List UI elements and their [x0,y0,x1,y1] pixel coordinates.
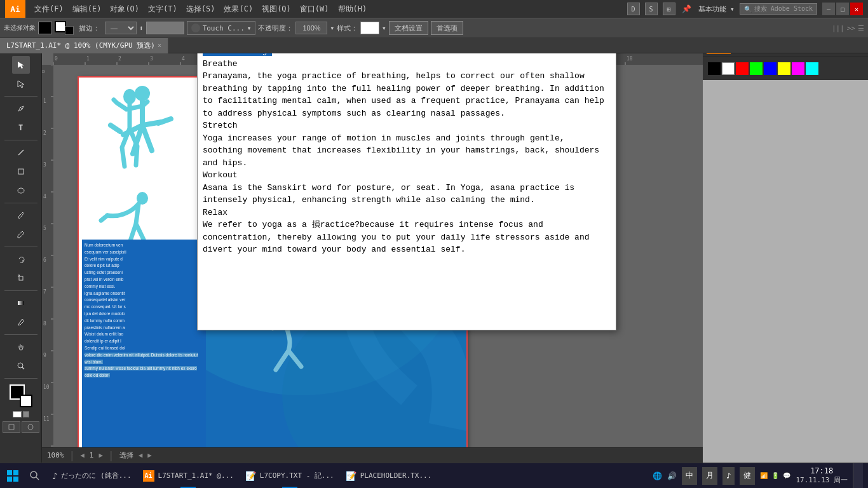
touch-arrow: ▾ [247,24,252,32]
workspace-label: 基本功能 ▾ [698,4,735,14]
stroke-indicator[interactable] [55,21,74,35]
ruler-left: 0 1 2 3 4 5 6 7 8 9 10 11 12 13 [42,65,53,469]
tool-pencil[interactable] [12,226,30,243]
swatch-red[interactable] [736,62,749,75]
tool-none-btn[interactable] [13,411,22,417]
tool-pen[interactable] [12,100,30,118]
ime-box-1[interactable]: 中 [682,467,697,485]
pin-icon[interactable]: 📌 [681,3,693,15]
preferences-button[interactable]: 首选项 [431,21,463,35]
svg-rect-90 [7,477,12,482]
taskbar-app-illustrator[interactable]: Ai L7START_1.AI* @... [138,463,239,489]
tool-hand[interactable] [12,338,30,356]
fill-color[interactable] [38,22,52,34]
grid-icon[interactable]: ⊞ [663,3,675,15]
taskbar-app-notepad2[interactable]: 📝 PLACEHOLDER.TX... [341,463,437,489]
toolbar: 未选择对象 描边： — ⬆ Touch C... ▾ 不透明度： ▾ 样式： ▾… [0,18,868,38]
expand-icon[interactable]: >> [847,24,855,32]
tab-main[interactable]: L7START_1.AI* @ 100% (CMYK/GPU 预选) × [0,38,168,53]
menu-edit[interactable]: 编辑(E) [69,3,105,16]
ime-box-4[interactable]: 健 [740,467,755,485]
ime-box-3[interactable]: ♪ [722,467,735,485]
text-box-content: Num doloreetum venesequam ver suscipisti… [85,243,198,377]
menu-help[interactable]: 帮助(H) [334,3,371,16]
plugin-icon-2[interactable]: S [645,3,658,15]
svg-text:11: 11 [43,416,50,422]
tool-color-mode[interactable] [23,411,29,417]
tool-ellipse[interactable] [12,182,30,200]
tool-zoom[interactable] [12,357,30,375]
touch-dropdown[interactable]: Touch C... ▾ [187,21,256,35]
svg-rect-88 [7,470,12,475]
menu-effect[interactable]: 效果(C) [220,3,257,16]
arrange-icon[interactable]: ||| [832,24,844,32]
tool-line[interactable] [12,144,30,161]
close-btn[interactable]: ✕ [850,3,863,15]
svg-line-93 [36,477,39,480]
menu-file[interactable]: 文件(F) [31,3,67,16]
menu-text[interactable]: 文字(T) [144,3,181,16]
tool-direct-select[interactable] [12,75,30,93]
tools-panel: T [0,53,42,488]
tool-scale[interactable] [12,269,30,287]
tool-colors [10,384,32,407]
taskbar-app-music[interactable]: ♪ だったのに (純音... [47,463,137,489]
scroll-right[interactable]: ▶ [147,451,152,459]
svg-text:2: 2 [118,56,121,62]
tool-rotate[interactable] [12,250,30,268]
color-panel [703,57,868,80]
touch-label: Touch C... [203,24,245,32]
menu-object[interactable]: 对象(O) [106,3,143,16]
text-content-box: Num doloreetum venesequam ver suscipisti… [82,240,206,469]
notepad-text-area[interactable]: Transform Yoga Breathe Pranayama, the yo… [198,43,616,330]
swatch-yellow[interactable] [778,62,790,75]
search-box[interactable]: 🔍 搜索 Adobe Stock [740,3,817,15]
hamburger-icon[interactable]: ☰ [858,24,864,32]
tool-extra-2[interactable] [22,421,39,433]
swatch-blue[interactable] [764,62,776,75]
ime-box-2[interactable]: 月 [702,467,717,485]
svg-text:9: 9 [43,353,46,358]
menu-window[interactable]: 窗口(W) [296,3,333,16]
page-nav-prev[interactable]: ◀ [80,451,85,459]
tool-color-switches [13,411,29,417]
doc-setup-button[interactable]: 文档设置 [389,21,428,35]
tool-extra-1[interactable] [3,421,20,433]
tool-rect[interactable] [12,163,30,180]
swatch-black[interactable] [708,62,721,75]
opacity-input[interactable] [295,22,327,34]
maximize-btn[interactable]: □ [836,3,849,15]
show-desktop-btn[interactable] [853,463,863,489]
menu-select[interactable]: 选择(S) [182,3,219,16]
tool-type[interactable]: T [12,119,30,137]
tray-icons-group: 📶 🔋 💬 [760,472,790,479]
stroke-select[interactable]: — [105,22,137,34]
style-swatch[interactable] [360,22,379,34]
notepad1-label: L7COPY.TXT - 記... [260,471,334,480]
swatch-green[interactable] [750,62,763,75]
tray-icon-network[interactable]: 🌐 [653,471,662,480]
start-button[interactable] [0,463,25,489]
taskbar-search[interactable] [25,463,44,489]
page-nav-next[interactable]: ▶ [98,451,103,459]
artboard-left-panel: Num doloreetum venesequam ver suscipisti… [79,78,206,469]
svg-text:3: 3 [150,56,153,62]
tab-close-btn[interactable]: × [158,42,161,49]
swatch-white[interactable] [722,62,735,75]
scroll-left[interactable]: ◀ [139,451,143,459]
tool-brush[interactable] [12,207,30,224]
svg-rect-91 [13,477,18,482]
minimize-btn[interactable]: — [822,3,835,15]
stroke-weight: ⬆ [139,24,144,32]
tool-eyedropper[interactable] [12,313,30,331]
tool-stroke-color[interactable] [20,395,32,407]
swatch-magenta[interactable] [792,62,804,75]
svg-text:1: 1 [86,56,90,62]
swatch-cyan[interactable] [806,62,818,75]
tray-icon-volume[interactable]: 🔊 [667,471,677,480]
plugin-icon-1[interactable]: D [627,3,640,15]
taskbar-app-notepad1[interactable]: 📝 L7COPY.TXT - 記... [240,463,339,489]
tool-gradient[interactable] [12,294,30,312]
menu-view[interactable]: 视图(Q) [258,3,295,16]
tool-selection[interactable] [12,56,30,74]
